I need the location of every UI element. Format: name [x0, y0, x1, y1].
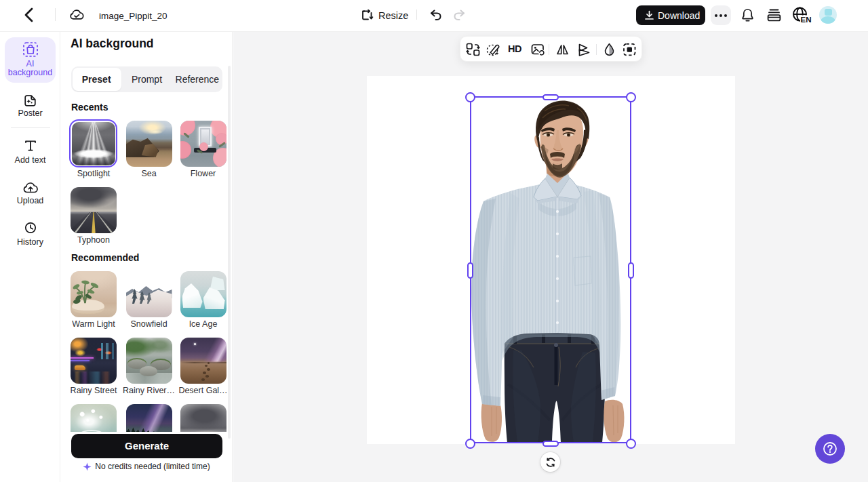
svg-text:EN: EN: [801, 16, 812, 24]
